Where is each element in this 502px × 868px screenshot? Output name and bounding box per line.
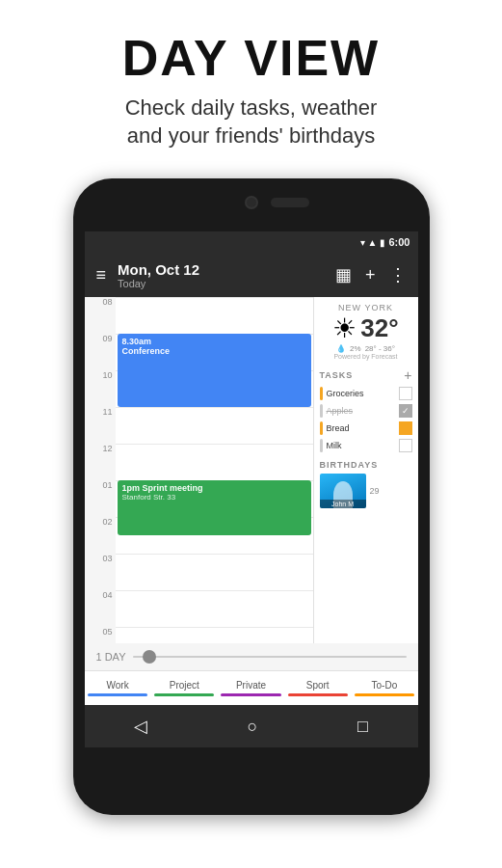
task-checkbox-bread[interactable] [399,421,412,435]
time-slot: 01 [85,480,116,517]
status-bar: ▾ ▲ ▮ 6:00 [85,231,418,253]
phone-device: ▾ ▲ ▮ 6:00 ≡ Mon, Oct 12 Today ▦ + ⋮ [73,178,430,815]
status-icons: ▾ ▲ ▮ 6:00 [360,236,410,248]
time-column: 08 09 10 11 12 01 02 03 04 05 06 07 08 0… [85,297,116,643]
calendar-tabs: Work Project Private Sport To-Do [85,670,418,705]
app-toolbar: ≡ Mon, Oct 12 Today ▦ + ⋮ [85,253,418,297]
status-time: 6:00 [388,236,410,248]
time-slot: 02 [85,517,116,554]
event-location: Stanford Str. 33 [122,493,306,502]
birthdays-header: BIRTHDAYS [320,460,412,470]
menu-icon[interactable]: ≡ [96,265,107,285]
time-slot: 08 [85,297,116,334]
task-checkbox-apples[interactable]: ✓ [399,404,412,418]
event-title: Conference [122,346,306,356]
task-indicator [320,387,323,400]
tab-bar-project [154,693,214,696]
event-conference[interactable]: 8.30am Conference [118,334,311,407]
phone-speaker [271,198,309,207]
page-subtitle: Check daily tasks, weatherand your frien… [19,95,483,149]
event-sprint[interactable]: 1pm Sprint meeting Stanford Str. 33 [118,480,311,535]
recents-button[interactable]: □ [357,717,368,737]
tasks-section: TASKS + Groceries Apples [320,367,412,452]
tab-bar-private [221,693,280,696]
time-slot: 04 [85,590,116,627]
rain-chance: 2% [350,344,361,353]
page-title: DAY VIEW [19,29,483,87]
task-checkbox-groceries[interactable] [399,387,412,400]
task-item-milk: Milk [320,439,412,452]
day-label: 1 DAY [96,651,126,663]
tab-label: To-Do [372,680,398,691]
weather-temp: 32° [360,313,398,343]
time-slot: 05 [85,627,116,643]
task-checkbox-milk[interactable] [399,439,412,452]
task-label: Bread [327,423,395,433]
birthday-age: 29 [370,486,380,496]
back-button[interactable]: ◁ [134,716,147,737]
task-item-groceries: Groceries [320,387,412,400]
tab-todo[interactable]: To-Do [351,680,417,696]
weather-forecast-label: Powered by Forecast [320,353,412,360]
hour-line [116,407,313,408]
home-button[interactable]: ○ [248,717,258,737]
tab-bar-todo [355,693,414,696]
tab-private[interactable]: Private [218,680,284,696]
slider-thumb[interactable] [143,650,156,664]
phone-camera [245,196,258,209]
add-event-icon[interactable]: + [365,265,376,285]
task-item-bread: Bread [320,421,412,435]
main-content: 08 09 10 11 12 01 02 03 04 05 06 07 08 0… [85,297,418,643]
tab-sport[interactable]: Sport [284,680,351,696]
task-item-apples: Apples ✓ [320,404,412,418]
tab-work[interactable]: Work [85,680,151,696]
hour-line [116,297,313,298]
tasks-title: TASKS [320,370,354,380]
tab-label: Project [170,680,199,691]
battery-icon: ▮ [380,237,385,248]
slider-track[interactable] [133,656,406,658]
birthday-photo: John M [320,474,366,508]
wifi-icon: ▾ [360,237,365,248]
time-slot: 10 [85,370,116,407]
task-indicator [320,439,323,452]
phone-wrapper: ▾ ▲ ▮ 6:00 ≡ Mon, Oct 12 Today ▦ + ⋮ [0,178,502,815]
checkmark-icon: ✓ [402,406,410,416]
tab-project[interactable]: Project [151,680,218,696]
tab-label: Sport [306,680,330,691]
weather-city: NEW YORK [320,303,412,312]
task-label: Apples [327,406,395,416]
calendar-icon[interactable]: ▦ [335,264,352,285]
birthday-item: John M 29 [320,474,412,508]
hour-line [116,627,313,628]
tab-label: Private [236,680,266,691]
more-options-icon[interactable]: ⋮ [389,264,407,285]
phone-screen: ▾ ▲ ▮ 6:00 ≡ Mon, Oct 12 Today ▦ + ⋮ [85,231,418,747]
tab-bar-work [88,693,147,696]
toolbar-actions: ▦ + ⋮ [335,264,407,285]
tab-bar-sport [288,693,348,696]
right-panel: NEW YORK ☀ 32° 💧 2% 28° - 36° Powered by… [314,297,418,643]
time-slot: 11 [85,407,116,444]
task-label: Milk [327,441,395,450]
weather-range: 28° - 36° [365,344,395,353]
nav-bar: ◁ ○ □ [85,705,418,747]
time-slot: 12 [85,444,116,480]
time-slot: 09 [85,334,116,370]
event-time: 1pm Sprint meeting [122,483,306,493]
hour-line [116,444,313,445]
toolbar-today: Today [118,278,335,289]
birthdays-title: BIRTHDAYS [320,460,379,470]
weather-sun-icon: ☀ [332,312,357,344]
tasks-header: TASKS + [320,367,412,383]
header-area: DAY VIEW Check daily tasks, weatherand y… [0,0,502,169]
hour-line [116,554,313,555]
add-task-button[interactable]: + [404,367,411,383]
task-label: Groceries [327,389,395,398]
calendar-area: 8.30am Conference 1pm Sprint meeting Sta… [116,297,314,643]
weather-details: 💧 2% 28° - 36° [320,344,412,353]
toolbar-date-area: Mon, Oct 12 Today [118,261,335,289]
task-indicator [320,404,323,418]
time-slot: 03 [85,554,116,590]
task-indicator [320,421,323,435]
